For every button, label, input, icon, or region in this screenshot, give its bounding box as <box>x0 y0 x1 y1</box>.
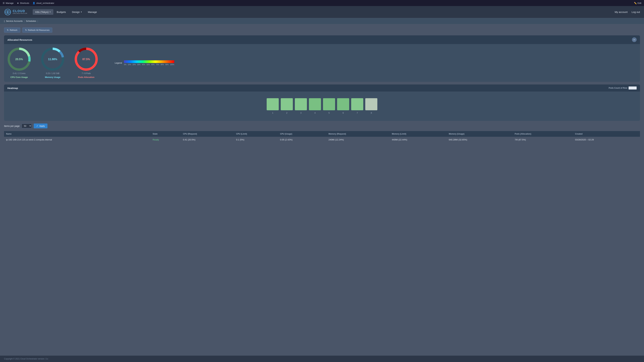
logo: CLOUD ORCHESTRATOR <box>4 8 27 16</box>
manage-icon: ☰ <box>3 2 5 4</box>
allocated-resources-header: Allocated Resources ✏ <box>4 35 640 44</box>
breadcrumb-service-accounts[interactable]: Service Accounts <box>6 20 23 22</box>
heatmap-cell-6[interactable]: 6 <box>337 98 349 114</box>
col-cpu-limit: CPU (Limit) <box>234 131 278 137</box>
legend-section: Legend 0% 10% 20% 30% 40% 50% 60% 70% <box>115 60 174 65</box>
cell-state: Ready <box>150 137 181 143</box>
table-row[interactable]: ip-192-168-214-115.us-west-2.compute.int… <box>4 137 640 143</box>
main-nav: K8s (Tokyo) Budgets Design Manage <box>33 9 615 15</box>
allocated-resources-body: 20.5% 0.41 / 2 Cores CPU Core Usage <box>4 44 640 82</box>
legend-gradient: 0% 10% 20% 30% 40% 50% 60% 70% 80% 90% 1… <box>124 60 174 65</box>
heatmap-cell-2[interactable]: 2 <box>281 98 293 114</box>
pods-percent: 87.5% <box>82 57 90 61</box>
heatmap-cell-4[interactable]: 4 <box>309 98 321 114</box>
heatmap-count-box <box>628 86 636 89</box>
breadcrumb-schedules[interactable]: Schedules <box>26 20 36 22</box>
gradient-bar <box>124 60 174 63</box>
nav-budgets[interactable]: Budgets <box>54 9 68 15</box>
nav-manage[interactable]: Manage <box>85 9 100 15</box>
nav-design[interactable]: Design <box>69 9 84 15</box>
heatmap-block-5 <box>323 98 335 110</box>
breadcrumb-sep3: | <box>38 20 38 22</box>
refresh-all-icon: ↻ <box>25 29 27 31</box>
manage-menu-item[interactable]: ☰ Manage <box>3 2 14 4</box>
heatmap-block-3 <box>295 98 307 110</box>
refresh-button[interactable]: ↻ Refresh <box>4 27 20 33</box>
cell-mem-usage: 640.28Mi (32.65%) <box>447 137 513 143</box>
cell-created: 03/28/2020 – 02:29 <box>573 137 640 143</box>
heatmap-title: Heatmap <box>8 87 18 89</box>
header-right: My account Log out <box>615 10 640 13</box>
cell-cpu-usage: 0.05 (2.42%) <box>278 137 326 143</box>
cell-pods-allocation: 7/8 (87.5%) <box>513 137 573 143</box>
heatmap-cells: 1 2 3 4 5 <box>8 95 636 117</box>
user-menu-item[interactable]: 👤 cloud_orchestrator <box>32 2 54 4</box>
items-per-page-select[interactable]: 50 10 25 100 <box>22 124 32 128</box>
main-content: ↻ Refresh ↻ Refresh All Resources Alloca… <box>0 24 644 146</box>
cpu-donut-container: 20.5% 0.41 / 2 Cores CPU Core Usage <box>8 47 31 78</box>
breadcrumb-sep2: | <box>24 20 24 22</box>
heatmap-cell-1[interactable]: 1 <box>267 98 279 114</box>
col-name: Name <box>4 131 150 137</box>
logo-icon <box>4 8 12 16</box>
memory-donut-wrapper: 11.98% <box>41 47 64 71</box>
items-per-page-row: Items per page 50 10 25 100 ✓ Apply <box>4 123 640 128</box>
allocated-resources-title: Allocated Resources <box>8 38 32 41</box>
resources-row: 20.5% 0.41 / 2 Cores CPU Core Usage <box>8 47 636 78</box>
items-per-page-label: Items per page <box>4 125 20 127</box>
heatmap-block-2 <box>281 98 293 110</box>
col-state: State <box>150 131 181 137</box>
heatmap-header: Heatmap Pods Count of Row <box>4 84 640 91</box>
heatmap-block-4 <box>309 98 321 110</box>
heatmap-cell-3[interactable]: 3 <box>295 98 307 114</box>
col-mem-request: Memory (Request) <box>326 131 390 137</box>
footer: Copyright © 2021 Cloud Orchestrator vers… <box>0 356 644 362</box>
col-pods-allocation: Pods (Allocation) <box>513 131 573 137</box>
heatmap-cell-7[interactable]: 7 <box>351 98 363 114</box>
star-icon: ★ <box>17 2 19 4</box>
shortcuts-menu-item[interactable]: ★ Shortcuts <box>17 2 29 4</box>
table-header-row: Name State CPU (Request) CPU (Limit) CPU… <box>4 131 640 137</box>
nav-k8s[interactable]: K8s (Tokyo) <box>33 9 53 15</box>
check-icon: ✓ <box>36 125 38 127</box>
manage-label: Manage <box>6 2 14 4</box>
breadcrumb: | Service Accounts | Schedules | <box>0 18 644 24</box>
heatmap-cell-8[interactable]: 8 <box>365 98 377 114</box>
cell-cpu-request: 0.41 (20.5%) <box>181 137 234 143</box>
logo-cloud-text: CLOUD <box>13 9 27 13</box>
table-body: ip-192-168-214-115.us-west-2.compute.int… <box>4 137 640 143</box>
my-account-link[interactable]: My account <box>615 10 628 13</box>
heatmap-card: Heatmap Pods Count of Row 1 2 3 <box>4 84 640 121</box>
cell-cpu-limit: 0.1 (5%) <box>234 137 278 143</box>
cell-mem-limit: 440Mi (22.44%) <box>390 137 447 143</box>
cpu-percent: 20.5% <box>15 57 23 61</box>
col-mem-usage: Memory (Usage) <box>447 131 513 137</box>
svg-point-3 <box>7 11 8 13</box>
cpu-donut-wrapper: 20.5% <box>8 47 31 71</box>
user-icon: 👤 <box>32 2 35 4</box>
logout-link[interactable]: Log out <box>632 10 640 13</box>
cpu-title: CPU Core Usage <box>10 76 28 78</box>
edit-icon: ✏️ <box>634 2 636 4</box>
logo-text: CLOUD ORCHESTRATOR <box>13 9 27 14</box>
memory-detail: 0.23 / 1.92 GiB <box>46 72 59 75</box>
user-label: cloud_orchestrator <box>36 2 54 4</box>
memory-percent: 11.98% <box>48 57 57 61</box>
heatmap-block-8 <box>365 98 377 110</box>
pods-detail: 7 / 8 Pods <box>82 72 91 75</box>
gradient-ticks: 0% 10% 20% 30% 40% 50% 60% 70% 80% 90% 1… <box>124 64 174 65</box>
edit-menu-item[interactable]: ✏️ Edit <box>634 2 641 4</box>
heatmap-cell-5[interactable]: 5 <box>323 98 335 114</box>
top-bar: ☰ Manage ★ Shortcuts 👤 cloud_orchestrato… <box>0 0 644 6</box>
col-cpu-request: CPU (Request) <box>181 131 234 137</box>
pods-donut-container: 87.5% 7 / 8 Pods Pods Allocation <box>74 47 98 78</box>
apply-button[interactable]: ✓ Apply <box>34 123 48 128</box>
allocated-resources-edit-button[interactable]: ✏ <box>632 37 636 42</box>
nodes-table: Name State CPU (Request) CPU (Limit) CPU… <box>4 131 640 143</box>
heatmap-block-7 <box>351 98 363 110</box>
footer-text: Copyright © 2021 Cloud Orchestrator vers… <box>4 358 48 360</box>
cpu-detail: 0.41 / 2 Cores <box>13 72 25 75</box>
memory-donut-container: 11.98% 0.23 / 1.92 GiB Memory Usage <box>41 47 64 78</box>
refresh-all-button[interactable]: ↻ Refresh All Resources <box>22 27 52 33</box>
header: CLOUD ORCHESTRATOR K8s (Tokyo) Budgets D… <box>0 6 644 18</box>
